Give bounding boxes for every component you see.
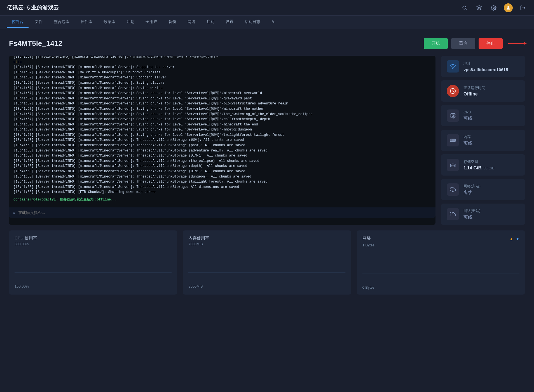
restart-button[interactable]: 重启	[451, 38, 475, 49]
wifi-icon	[447, 60, 459, 73]
console-panel: RY_LOW (avg. 6.89117431640625)[18:41:33]…	[9, 56, 435, 225]
stop-arrow	[508, 43, 525, 44]
nav-item-files[interactable]: 文件	[30, 17, 48, 28]
logout-icon[interactable]	[518, 3, 527, 12]
right-panel: 地址 vps8.elfidc.com:10615 正常运行时间 Offline	[441, 56, 525, 225]
address-content: 地址 vps8.elfidc.com:10615	[463, 61, 508, 72]
svg-marker-2	[477, 5, 482, 8]
nav-item-backup[interactable]: 备份	[163, 17, 181, 28]
cpu-icon	[447, 109, 459, 122]
cpu-metric-title: CPU 使用率	[15, 235, 172, 241]
nav-bar: 控制台 文件 整合包库 插件库 数据库 计划 子用户 备份 网络 启动 设置 活…	[0, 16, 534, 29]
metrics-grid: CPU 使用率 300.00% 150.00% 内存使用率 7000MiB 35…	[9, 230, 525, 295]
nav-item-settings[interactable]: 设置	[221, 17, 238, 28]
page-title: Fs4MT5le_1412	[9, 39, 62, 48]
svg-point-3	[493, 7, 495, 8]
mem-content: 内存 离线	[463, 134, 472, 146]
cpu-value: 离线	[463, 115, 472, 121]
page-title-row: Fs4MT5le_1412 开机 重启 停止	[9, 38, 525, 49]
mem-value: 离线	[463, 141, 472, 146]
mem-metric-card: 内存使用率 7000MiB 3500MiB	[183, 230, 351, 295]
disk-card: 存储空间 1.14 GiB/ 50 GiB	[441, 154, 525, 176]
main-content: Fs4MT5le_1412 开机 重启 停止 RY_LOW (avg. 6.89…	[0, 29, 534, 301]
disk-label: 存储空间	[463, 159, 495, 164]
cpu-chart	[15, 251, 172, 273]
nav-item-packages[interactable]: 整合包库	[49, 17, 74, 28]
cpu-metric-bottom: 150.00%	[15, 284, 172, 288]
cpu-content: CPU 离线	[463, 110, 472, 121]
svg-point-6	[453, 68, 453, 69]
net-in-card: 网络(入站) 离线	[441, 179, 525, 200]
net-in-value: 离线	[463, 190, 481, 196]
cpu-metric-top: 300.00%	[15, 242, 172, 246]
body-grid: RY_LOW (avg. 6.89117431640625)[18:41:33]…	[9, 56, 525, 225]
net-chart	[362, 252, 519, 274]
net-metric-title: 网络	[362, 235, 371, 241]
nav-item-network[interactable]: 网络	[182, 17, 200, 28]
console-prompt-icon: »	[13, 210, 15, 215]
mem-card: 内存 离线	[441, 130, 525, 151]
svg-line-1	[466, 9, 467, 10]
address-value: vps8.elfidc.com:10615	[463, 67, 508, 72]
net-out-content: 网络(出站) 离线	[463, 208, 481, 220]
cpu-label: CPU	[463, 110, 472, 114]
nav-item-schedule[interactable]: 计划	[121, 17, 139, 28]
net-out-value: 离线	[463, 214, 481, 220]
svg-rect-9	[452, 115, 454, 116]
disk-content: 存储空间 1.14 GiB/ 50 GiB	[463, 159, 495, 171]
mem-metric-top: 7000MiB	[188, 242, 345, 246]
net-in-icon	[447, 183, 459, 196]
svg-rect-8	[451, 114, 455, 118]
uptime-content: 正常运行时间 Offline	[463, 85, 485, 97]
console-output: RY_LOW (avg. 6.89117431640625)[18:41:33]…	[9, 56, 435, 207]
start-button[interactable]: 开机	[424, 38, 448, 49]
net-out-label: 网络(出站)	[463, 208, 481, 213]
brand-title: 亿讯云-专业的游戏云	[7, 4, 59, 11]
mem-metric-bottom: 3500MiB	[188, 284, 345, 288]
uptime-value: Offline	[463, 92, 485, 97]
disk-icon	[447, 159, 459, 171]
cpu-metric-card: CPU 使用率 300.00% 150.00%	[9, 230, 177, 295]
net-metric-card: 网络 ▲ ▼ 1 Bytes 0 Bytes	[357, 230, 525, 295]
layers-icon[interactable]	[475, 3, 484, 12]
net-in-content: 网络(入站) 离线	[463, 184, 481, 196]
header-icons	[460, 3, 527, 12]
nav-item-activitylog[interactable]: 活动日志	[240, 17, 265, 28]
uptime-label: 正常运行时间	[463, 85, 485, 90]
net-metric-top: 1 Bytes	[362, 243, 519, 247]
search-icon[interactable]	[460, 3, 469, 12]
avatar-icon[interactable]	[504, 3, 513, 12]
top-header: 亿讯云-专业的游戏云	[0, 0, 534, 16]
nav-item-console[interactable]: 控制台	[7, 17, 29, 28]
net-metric-bottom: 0 Bytes	[362, 285, 519, 290]
arrow-line	[508, 43, 525, 44]
nav-item-startup[interactable]: 启动	[202, 17, 219, 28]
nav-item-database[interactable]: 数据库	[99, 17, 120, 28]
nav-item-edit[interactable]: ✎	[266, 17, 280, 28]
nav-item-plugins[interactable]: 插件库	[76, 17, 97, 28]
nav-item-subuser[interactable]: 子用户	[140, 17, 162, 28]
mem-chart	[188, 251, 345, 273]
clock-icon	[447, 85, 459, 97]
uptime-card: 正常运行时间 Offline	[441, 80, 525, 102]
net-metric-icons: ▲ ▼	[509, 237, 519, 241]
net-in-label: 网络(入站)	[463, 184, 481, 189]
svg-point-4	[507, 6, 509, 8]
net-metric-header: 网络 ▲ ▼	[362, 235, 519, 242]
mem-metric-title: 内存使用率	[188, 235, 345, 241]
console-input[interactable]	[18, 210, 432, 215]
memory-icon	[447, 134, 459, 146]
net-out-icon	[447, 208, 459, 220]
cpu-card: CPU 离线	[441, 105, 525, 126]
svg-point-0	[463, 6, 466, 9]
stop-button[interactable]: 停止	[479, 38, 503, 49]
address-card: 地址 vps8.elfidc.com:10615	[441, 56, 525, 77]
net-out-card: 网络(出站) 离线	[441, 204, 525, 225]
download-icon: ▼	[516, 237, 519, 241]
action-buttons: 开机 重启 停止	[424, 38, 525, 49]
settings-icon[interactable]	[489, 3, 498, 12]
address-label: 地址	[463, 61, 508, 66]
upload-icon: ▲	[509, 237, 513, 241]
disk-value: 1.14 GiB/ 50 GiB	[463, 165, 495, 171]
mem-label: 内存	[463, 134, 472, 139]
